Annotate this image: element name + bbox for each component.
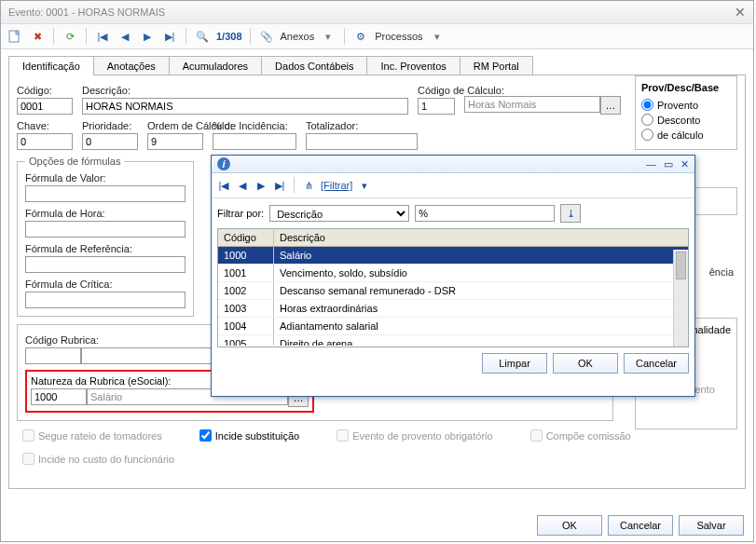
formulas-group: Opções de fórmulas Fórmula de Valor: Fór… (17, 156, 194, 317)
col-codigo[interactable]: Código (218, 229, 274, 246)
natureza-cod-input[interactable] (31, 388, 87, 405)
delete-icon[interactable]: ✖ (29, 28, 46, 45)
chevron-down-icon[interactable]: ▾ (429, 28, 446, 45)
processos-label[interactable]: Processos (375, 31, 422, 42)
chk-compoe-com: Compõe comissão (530, 429, 631, 442)
tabs: Identificação Anotações Acumuladores Dad… (8, 55, 746, 75)
codigo-label: Código: (17, 85, 73, 96)
tab-rm-portal[interactable]: RM Portal (460, 56, 533, 75)
encia-label: ência (709, 266, 734, 278)
new-icon[interactable] (7, 28, 23, 45)
search-icon[interactable]: 🔍 (194, 28, 211, 45)
pct-label: % de Incidência: (213, 120, 296, 131)
tab-inc-proventos[interactable]: Inc. Proventos (366, 56, 460, 75)
grid-body[interactable]: 1000Salário 1001Vencimento, soldo, subsí… (218, 247, 688, 346)
pager-text: 1/308 (216, 31, 242, 42)
attach-icon[interactable]: 📎 (258, 28, 275, 45)
apply-filter-button[interactable]: ⤓ (560, 204, 581, 223)
grid-row[interactable]: 1002Descanso semanal remunerado - DSR (218, 282, 688, 300)
tab-anotacoes[interactable]: Anotações (93, 56, 170, 75)
close-icon[interactable]: ✕ (735, 5, 746, 20)
radio-base-calc[interactable]: de cálculo (641, 129, 731, 141)
chave-input[interactable] (17, 133, 73, 150)
formula-hora-input[interactable] (25, 221, 186, 238)
total-label: Totalizador: (306, 120, 418, 131)
grid-scrollbar[interactable] (673, 250, 688, 347)
rubrica-codigo-input[interactable] (25, 347, 81, 364)
codcalc-lookup-button[interactable]: … (600, 96, 621, 115)
codcalc-desc (464, 96, 600, 113)
provdesc-group: Prov/Desc/Base Provento Desconto de cálc… (635, 75, 737, 150)
provdesc-title: Prov/Desc/Base (641, 82, 731, 93)
formula-critica-label: Fórmula de Crítica: (25, 279, 186, 290)
cancelar-button[interactable]: Cancelar (608, 515, 673, 536)
filtrar-link[interactable]: [Filtrar] (321, 180, 352, 191)
chk-incide-custo: Incide no custo do funcionário (22, 453, 174, 465)
filter-icon[interactable]: ⋔ (302, 180, 315, 192)
refresh-icon[interactable]: ⟳ (62, 28, 78, 45)
anexos-label[interactable]: Anexos (281, 31, 315, 42)
formula-ref-label: Fórmula de Referência: (25, 243, 186, 254)
rubrica-codigo-desc (81, 347, 217, 364)
chevron-down-icon[interactable]: ▾ (320, 28, 337, 45)
tab-identificacao[interactable]: Identificação (8, 56, 94, 75)
codigo-input[interactable] (17, 98, 73, 115)
last-icon[interactable]: ▶| (161, 28, 178, 45)
main-toolbar: ✖ ⟳ |◀ ◀ ▶ ▶| 🔍 1/308 📎 Anexos ▾ ⚙ Proce… (1, 24, 753, 49)
descricao-input[interactable] (82, 98, 408, 115)
formula-valor-label: Fórmula de Valor: (25, 172, 186, 184)
grid-row[interactable]: 1003Horas extraordinárias (218, 300, 688, 318)
check-row: Segue rateio de tomadores Incide substit… (17, 427, 737, 444)
processos-icon[interactable]: ⚙ (352, 28, 369, 45)
grid-row[interactable]: 1001Vencimento, soldo, subsídio (218, 265, 688, 282)
ok-button[interactable]: OK (537, 515, 602, 536)
tab-dados-contabeis[interactable]: Dados Contábeis (261, 56, 367, 75)
filtrar-value-input[interactable] (415, 205, 555, 222)
chk-incide-sub[interactable]: Incide substituição (199, 429, 300, 442)
lookup-popup: i — ▭ ✕ |◀ ◀ ▶ ▶| ⋔ [Filtrar] ▾ Filtrar … (211, 155, 695, 397)
popup-first-icon[interactable]: |◀ (217, 180, 230, 192)
grid-row[interactable]: 1004Adiantamento salarial (218, 318, 688, 335)
popup-next-icon[interactable]: ▶ (254, 180, 268, 192)
salvar-button[interactable]: Salvar (679, 515, 744, 536)
codcalc-label: Código de Cálculo: (418, 85, 455, 96)
prioridade-input[interactable] (82, 133, 138, 150)
lookup-grid: Código Descrição 1000Salário 1001Vencime… (217, 228, 689, 347)
codcalc-input[interactable] (418, 98, 455, 115)
pct-input[interactable] (213, 133, 296, 150)
col-descricao[interactable]: Descrição (274, 229, 688, 246)
formula-valor-input[interactable] (25, 185, 186, 202)
natureza-label: Natureza da Rubrica (eSocial): (31, 375, 171, 387)
chk-evento-prov: Evento de provento obrigatório (337, 429, 492, 442)
grid-row[interactable]: 1005Direito de arena (218, 335, 688, 346)
minimize-icon[interactable]: — (646, 158, 656, 170)
formula-critica-input[interactable] (25, 292, 186, 308)
filter-row: Filtrar por: Descrição ⤓ (212, 198, 694, 228)
chave-label: Chave: (17, 120, 73, 131)
popup-prev-icon[interactable]: ◀ (236, 180, 249, 192)
tab-acumuladores[interactable]: Acumuladores (169, 56, 262, 75)
radio-provento[interactable]: Provento (641, 99, 731, 111)
scrollbar-thumb[interactable] (676, 252, 686, 279)
first-icon[interactable]: |◀ (94, 28, 111, 45)
ordem-input[interactable] (147, 133, 203, 150)
chevron-down-icon[interactable]: ▾ (358, 180, 371, 192)
popup-cancelar-button[interactable]: Cancelar (624, 353, 689, 374)
next-icon[interactable]: ▶ (139, 28, 156, 45)
maximize-icon[interactable]: ▭ (664, 158, 673, 170)
popup-last-icon[interactable]: ▶| (273, 180, 286, 192)
window-title: Evento: 0001 - HORAS NORMAIS (8, 7, 165, 18)
filtrar-por-label: Filtrar por: (217, 208, 264, 219)
popup-ok-button[interactable]: OK (553, 353, 618, 374)
total-input[interactable] (306, 133, 418, 150)
footer: OK Cancelar Salvar (537, 515, 744, 536)
radio-desconto[interactable]: Desconto (641, 114, 731, 126)
grid-row[interactable]: 1000Salário (218, 247, 688, 265)
filtrar-por-select[interactable]: Descrição (269, 205, 409, 222)
popup-close-icon[interactable]: ✕ (680, 158, 689, 170)
formulas-legend: Opções de fórmulas (25, 156, 124, 167)
popup-limpar-button[interactable]: Limpar (482, 353, 547, 374)
descricao-label: Descrição: (82, 85, 408, 96)
prev-icon[interactable]: ◀ (117, 28, 133, 45)
popup-toolbar: |◀ ◀ ▶ ▶| ⋔ [Filtrar] ▾ (212, 173, 694, 198)
